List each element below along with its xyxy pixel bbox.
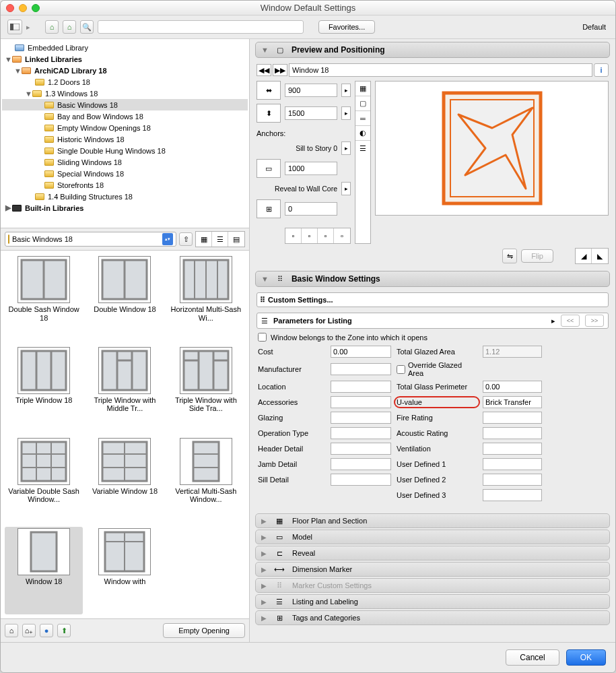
favorites-button[interactable]: Favorites... (318, 20, 375, 34)
thumb-item[interactable]: Variable Double Sash Window... (5, 437, 83, 525)
combo-arrow-icon[interactable]: ▴▾ (162, 233, 173, 245)
sill-input[interactable] (285, 162, 337, 175)
tree-storefronts[interactable]: Storefronts 18 (2, 179, 248, 191)
section-marker-custom[interactable]: ▶⠿Marker Custom Settings (255, 578, 610, 593)
thumb-item[interactable]: Double Sash Window 18 (5, 255, 83, 343)
reveal-popup-button[interactable]: ▸ (341, 182, 351, 195)
mirror-button[interactable]: ⇋ (502, 249, 517, 263)
width-input[interactable] (285, 84, 337, 97)
height-input[interactable] (285, 106, 337, 120)
thumb-item[interactable]: Variable Window 18 (85, 437, 164, 525)
info-button[interactable]: i (594, 63, 609, 77)
basic-settings-header[interactable]: ▼ ⠿ Basic Window Settings (255, 271, 610, 287)
orient-a-icon[interactable]: ◢ (576, 249, 592, 263)
tree-historic[interactable]: Historic Windows 18 (2, 133, 248, 145)
view-mode-toggle[interactable]: ▦ ☰ ▤ (195, 231, 245, 247)
ventilation-input[interactable] (483, 443, 542, 455)
section-reveal[interactable]: ▶⊏Reveal (255, 546, 610, 560)
library-tree[interactable]: Embedded Library ▼Linked Libraries ▼Arch… (1, 39, 249, 228)
tree-windows[interactable]: ▼1.3 Windows 18 (2, 88, 248, 99)
height-chain-button[interactable]: ▸ (341, 106, 351, 120)
thumb-item[interactable]: Triple Window with Middle Tr... (85, 346, 164, 434)
cost-input[interactable] (331, 346, 391, 358)
location-input[interactable] (331, 381, 391, 393)
acoustic-input[interactable] (483, 427, 542, 439)
tree-doors[interactable]: 1.2 Doors 18 (2, 76, 248, 88)
custom-settings-bar[interactable]: ⠿ Custom Settings... (256, 292, 609, 307)
list-view-icon[interactable]: ☰ (212, 232, 228, 247)
tree-single[interactable]: Single Double Hung Windows 18 (2, 145, 248, 156)
reveal-input[interactable] (285, 202, 337, 216)
flip-button[interactable]: Flip (521, 249, 553, 263)
tree-archicad-lib[interactable]: ▼ArchiCAD Library 18 (2, 65, 248, 76)
section-floorplan[interactable]: ▶▦Floor Plan and Section (255, 513, 610, 528)
tree-bay[interactable]: Bay and Bow Windows 18 (2, 110, 248, 122)
tree-sliding[interactable]: Sliding Windows 18 (2, 156, 248, 168)
user3-input[interactable] (483, 489, 542, 501)
up-folder-button[interactable]: ⇧ (179, 232, 193, 246)
search-button[interactable]: 🔍 (80, 20, 94, 34)
view-section-icon[interactable]: ◐ (355, 126, 370, 141)
width-chain-button[interactable]: ▸ (341, 84, 351, 97)
ok-button[interactable]: OK (566, 649, 606, 666)
cancel-button[interactable]: Cancel (506, 649, 559, 666)
tree-embedded[interactable]: Embedded Library (2, 42, 248, 53)
upload-icon[interactable]: ⬆ (57, 624, 71, 637)
operation-input[interactable] (331, 427, 391, 439)
thumb-item[interactable]: Horizontal Multi-Sash Wi... (167, 255, 245, 343)
sill-detail-input[interactable] (331, 474, 391, 486)
thumb-item[interactable]: Window with (85, 527, 164, 614)
view-3d-icon[interactable]: ▦ (355, 82, 370, 96)
globe-icon[interactable]: ● (40, 624, 53, 637)
grid-view-icon[interactable]: ▦ (196, 232, 212, 247)
thumb-item[interactable]: Triple Window 18 (5, 346, 83, 434)
zone-checkbox[interactable] (258, 333, 267, 342)
preview-section-header[interactable]: ▼ ▢ Preview and Positioning (255, 42, 610, 58)
orientation-toggle[interactable]: ◢ ◣ (575, 248, 609, 264)
sill-popup-button[interactable]: ▸ (341, 141, 351, 155)
u-value-input[interactable] (483, 396, 542, 408)
thumb-item-selected[interactable]: Window 18 (5, 527, 83, 614)
folder-combo[interactable]: Basic Windows 18 ▴▾ (5, 232, 176, 247)
prev-item-button[interactable]: ◀◀ (256, 64, 271, 76)
fire-rating-input[interactable] (483, 412, 542, 424)
param-prev-button[interactable]: << (561, 315, 580, 327)
preview-view-toggles[interactable]: ▦ ▢ ═ ◐ ☰ (355, 81, 371, 244)
empty-opening-button[interactable]: Empty Opening (163, 623, 245, 638)
section-model[interactable]: ▶▭Model (255, 530, 610, 544)
thumb-item[interactable]: Triple Window with Side Tra... (167, 346, 245, 434)
next-item-button[interactable]: ▶▶ (273, 64, 287, 76)
manufacturer-input[interactable] (331, 363, 391, 375)
tree-basic-windows[interactable]: Basic Windows 18 (2, 99, 248, 110)
glass-perimeter-input[interactable] (483, 381, 542, 393)
tree-empty-openings[interactable]: Empty Window Openings 18 (2, 122, 248, 133)
tree-special[interactable]: Special Windows 18 (2, 168, 248, 179)
thumbnail-gallery[interactable]: Double Sash Window 18 Double Window 18 H… (1, 251, 249, 618)
filter-b-button[interactable]: ⌂ (63, 20, 76, 34)
parameters-bar[interactable]: ☰ Parameters for Listing ▸ << >> (256, 313, 609, 329)
section-dimension[interactable]: ▶⟷Dimension Marker (255, 562, 610, 577)
lib-tool-2[interactable]: ⌂₊ (22, 624, 36, 637)
user1-input[interactable] (483, 458, 542, 470)
search-input[interactable] (98, 20, 304, 34)
thumb-item[interactable]: Vertical Multi-Sash Window... (167, 437, 245, 525)
tree-linked[interactable]: ▼Linked Libraries (2, 53, 248, 65)
user2-input[interactable] (483, 474, 542, 486)
orient-b-icon[interactable]: ◣ (592, 249, 608, 263)
view-front-icon[interactable]: ▢ (355, 96, 370, 111)
thumb-item[interactable]: Double Window 18 (85, 255, 164, 343)
accessories-input[interactable] (331, 396, 391, 408)
lib-tool-1[interactable]: ⌂ (5, 624, 18, 637)
element-name-field[interactable]: Window 18 (289, 63, 592, 77)
override-glazed-checkbox[interactable] (397, 365, 405, 374)
jamb-detail-input[interactable] (331, 458, 391, 470)
header-detail-input[interactable] (331, 443, 391, 455)
section-tags[interactable]: ▶⊞Tags and Categories (255, 610, 610, 625)
param-next-button[interactable]: >> (585, 315, 604, 327)
tree-builtin[interactable]: ▶Built-in Libraries (2, 202, 248, 214)
detail-view-icon[interactable]: ▤ (228, 232, 244, 247)
layout-mode-button[interactable] (7, 20, 22, 34)
view-plan-icon[interactable]: ═ (355, 111, 370, 126)
tree-bldg[interactable]: 1.4 Building Structures 18 (2, 191, 248, 202)
filter-a-button[interactable]: ⌂ (45, 20, 59, 34)
